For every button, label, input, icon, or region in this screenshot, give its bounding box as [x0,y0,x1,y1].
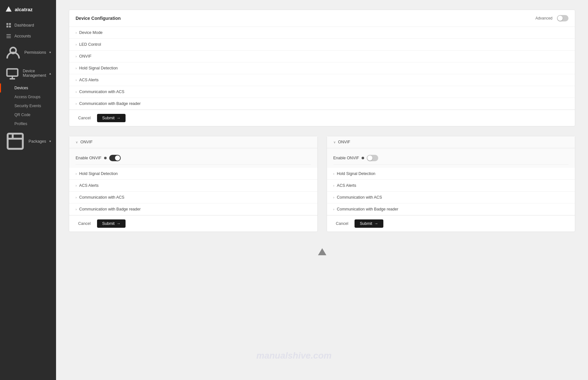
packages-icon [5,131,25,151]
dot-indicator-left [104,157,107,159]
accordion-label-comm-acs: Communication with ACS [79,90,124,94]
chevron-comm-badge-right: › [333,208,334,211]
label-acs-alerts-left: ACS Alerts [79,183,98,188]
accordion-acs-alerts-right[interactable]: › ACS Alerts [327,180,575,192]
device-management-chevron: ▴ [49,72,51,75]
sidebar-sub-security-events[interactable]: Security Events [0,101,56,110]
cancel-button-right[interactable]: Cancel [333,219,351,228]
right-card-footer: Cancel Submit → [327,215,575,232]
sidebar-label-permissions: Permissions [24,50,46,55]
submit-label-main: Submit [102,116,115,120]
onvif-header-left[interactable]: ∨ ONVIF [69,136,317,148]
accordion-label-onvif: ONVIF [79,54,91,59]
sidebar-sub-profiles[interactable]: Profiles [0,119,56,128]
submit-button-right[interactable]: Submit → [355,219,383,228]
submit-button-left[interactable]: Submit → [97,219,126,228]
device-config-footer: Cancel Submit → [69,110,575,126]
sidebar-label-packages: Packages [29,139,46,144]
accordion-comm-acs-left[interactable]: › Communication with ACS [69,192,317,203]
submit-arrow-right: → [374,221,378,226]
two-col-section: ∨ ONVIF Enable ONVIF › Hold Signal Detec… [69,136,575,241]
logo-text: alcatraz [15,7,33,12]
accordion-comm-badge-left[interactable]: › Communication with Badge reader [69,203,317,215]
svg-rect-1 [6,23,8,25]
chevron-acs-alerts: › [76,78,77,82]
sidebar-sublabel-devices: Devices [14,86,28,90]
label-comm-acs-right: Communication with ACS [337,195,382,200]
onvif-card-left: ∨ ONVIF Enable ONVIF › Hold Signal Detec… [69,136,318,232]
onvif-card-right: ∨ ONVIF Enable ONVIF › Hold Signal Detec… [327,136,576,232]
chevron-down-left: ∨ [76,140,78,144]
sidebar-sub-devices[interactable]: Devices [0,83,56,92]
svg-rect-6 [6,36,11,36]
chevron-comm-badge: › [76,102,77,106]
sidebar-sublabel-qr-code: QR Code [14,113,30,117]
sidebar-item-dashboard[interactable]: Dashboard [0,20,56,31]
accordion-acs-alerts[interactable]: › ACS Alerts [69,74,575,86]
accordion-comm-acs-right[interactable]: › Communication with ACS [327,192,575,203]
accordion-label-hold-signal: Hold Signal Detection [79,66,118,70]
accordion-hold-signal-right[interactable]: › Hold Signal Detection [327,168,575,180]
accordion-label-device-mode: Device Mode [79,30,102,35]
accordion-acs-alerts-left[interactable]: › ACS Alerts [69,180,317,192]
cancel-button-left[interactable]: Cancel [76,219,93,228]
onvif-title-right: ONVIF [338,140,350,144]
accordion-led-control[interactable]: › LED Control [69,39,575,51]
left-card-footer: Cancel Submit → [69,215,317,232]
advanced-toggle[interactable] [557,15,568,21]
accordion-device-mode[interactable]: › Device Mode [69,27,575,39]
label-comm-badge-left: Communication with Badge reader [79,207,141,211]
label-hold-signal-right: Hold Signal Detection [337,171,375,176]
accordion-label-acs-alerts: ACS Alerts [79,78,98,82]
sidebar: alcatraz Dashboard Accounts Permissions [0,0,56,380]
accordion-comm-acs[interactable]: › Communication with ACS [69,86,575,98]
enable-onvif-row-right: Enable ONVIF [333,153,569,165]
onvif-header-right[interactable]: ∨ ONVIF [327,136,575,148]
sidebar-sublabel-access-groups: Access Groups [14,95,40,99]
permissions-chevron: ▾ [49,51,51,54]
chevron-comm-acs-left: › [76,196,77,199]
sidebar-sub-qr-code[interactable]: QR Code [0,110,56,119]
enable-onvif-toggle-right[interactable] [367,155,378,161]
chevron-acs-alerts-left: › [76,184,77,187]
device-config-header: Device Configuration Advanced [69,10,575,27]
accordion-comm-badge-right[interactable]: › Communication with Badge reader [327,203,575,215]
svg-rect-7 [6,37,11,38]
bottom-logo [69,241,575,263]
enable-onvif-label-left: Enable ONVIF [76,156,102,160]
chevron-led-control: › [76,43,77,46]
accordion-hold-signal[interactable]: › Hold Signal Detection [69,62,575,74]
accordion-onvif[interactable]: › ONVIF [69,51,575,62]
cancel-button-main[interactable]: Cancel [76,114,93,122]
sidebar-sublabel-profiles: Profiles [14,122,27,126]
sidebar-item-accounts[interactable]: Accounts [0,31,56,42]
submit-button-main[interactable]: Submit → [97,114,126,122]
device-management-subnav: Devices Access Groups Security Events QR… [0,83,56,128]
sidebar-label-accounts: Accounts [14,34,31,38]
label-hold-signal-left: Hold Signal Detection [79,171,118,176]
accordion-comm-badge[interactable]: › Communication with Badge reader [69,98,575,110]
accordion-hold-signal-left[interactable]: › Hold Signal Detection [69,168,317,180]
sidebar-label-dashboard: Dashboard [14,23,34,28]
chevron-onvif: › [76,55,77,58]
logo-icon [5,6,12,13]
svg-rect-5 [6,34,11,35]
chevron-acs-alerts-right: › [333,184,334,187]
enable-onvif-toggle-left[interactable] [109,155,121,161]
sidebar-item-device-management[interactable]: Device Management ▴ [0,63,56,83]
sidebar-item-packages[interactable]: Packages ▾ [0,128,56,154]
chevron-hold-signal-right: › [333,172,334,176]
device-config-title: Device Configuration [76,16,121,21]
enable-onvif-row-left: Enable ONVIF [76,153,311,165]
chevron-comm-acs: › [76,90,77,94]
advanced-toggle-slider [557,15,568,21]
svg-rect-10 [8,134,23,149]
onvif-expanded-left: Enable ONVIF [69,148,317,168]
submit-label-left: Submit [102,221,115,226]
sidebar-sub-access-groups[interactable]: Access Groups [0,92,56,101]
logo: alcatraz [0,0,56,18]
accounts-icon [6,34,11,39]
sidebar-item-permissions[interactable]: Permissions ▾ [0,42,56,63]
permissions-icon [5,44,21,60]
packages-chevron: ▾ [49,139,51,143]
